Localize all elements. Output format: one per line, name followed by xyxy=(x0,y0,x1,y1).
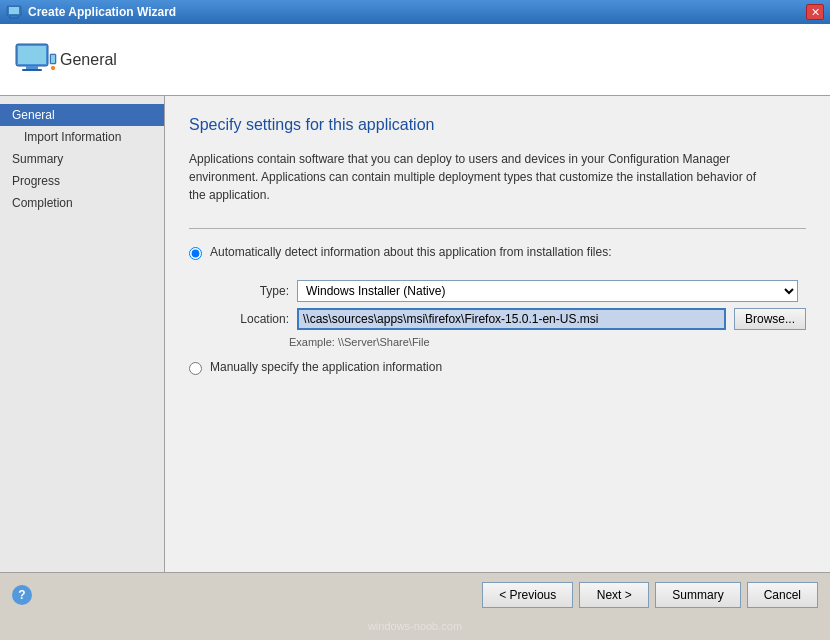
svg-rect-6 xyxy=(26,66,38,69)
svg-rect-3 xyxy=(9,18,19,19)
type-field-row: Type: Windows Installer (Native) xyxy=(209,280,806,302)
next-button[interactable]: Next > xyxy=(579,582,649,608)
app-icon xyxy=(6,4,22,20)
header-icon xyxy=(12,36,60,84)
svg-point-11 xyxy=(52,67,54,69)
svg-rect-1 xyxy=(9,7,19,14)
location-field-row: Location: Browse... xyxy=(209,308,806,330)
nav-item-summary[interactable]: Summary xyxy=(0,148,164,170)
content-description: Applications contain software that you c… xyxy=(189,150,769,204)
browse-button[interactable]: Browse... xyxy=(734,308,806,330)
example-text: Example: \\Server\Share\File xyxy=(289,336,806,348)
close-button[interactable]: ✕ xyxy=(806,4,824,20)
svg-rect-5 xyxy=(18,46,46,64)
separator xyxy=(189,228,806,229)
watermark: windows-noob.com xyxy=(368,620,462,632)
svg-rect-2 xyxy=(11,16,17,18)
wizard-footer: ? < Previous Next > Summary Cancel xyxy=(0,572,830,616)
wizard-header: General xyxy=(0,24,830,96)
nav-item-general[interactable]: General xyxy=(0,104,164,126)
help-button[interactable]: ? xyxy=(12,585,32,605)
location-input[interactable] xyxy=(297,308,726,330)
auto-detect-label[interactable]: Automatically detect information about t… xyxy=(210,245,612,259)
cancel-button[interactable]: Cancel xyxy=(747,582,818,608)
manual-option[interactable]: Manually specify the application informa… xyxy=(189,360,806,375)
auto-detect-option[interactable]: Automatically detect information about t… xyxy=(189,245,806,260)
title-bar: Create Application Wizard ✕ xyxy=(0,0,830,24)
location-label: Location: xyxy=(209,312,289,326)
type-select[interactable]: Windows Installer (Native) xyxy=(297,280,798,302)
summary-button[interactable]: Summary xyxy=(655,582,740,608)
auto-detect-radio[interactable] xyxy=(189,247,202,260)
nav-item-import-information[interactable]: Import Information xyxy=(0,126,164,148)
previous-button[interactable]: < Previous xyxy=(482,582,573,608)
content-title: Specify settings for this application xyxy=(189,116,806,134)
svg-rect-9 xyxy=(51,55,55,63)
title-bar-text: Create Application Wizard xyxy=(28,5,176,19)
type-label: Type: xyxy=(209,284,289,298)
manual-radio[interactable] xyxy=(189,362,202,375)
svg-rect-7 xyxy=(22,69,42,71)
wizard-navigation: General Import Information Summary Progr… xyxy=(0,96,165,572)
wizard-content: Specify settings for this application Ap… xyxy=(165,96,830,572)
manual-label[interactable]: Manually specify the application informa… xyxy=(210,360,442,374)
nav-item-progress[interactable]: Progress xyxy=(0,170,164,192)
nav-item-completion[interactable]: Completion xyxy=(0,192,164,214)
header-title: General xyxy=(60,51,117,69)
